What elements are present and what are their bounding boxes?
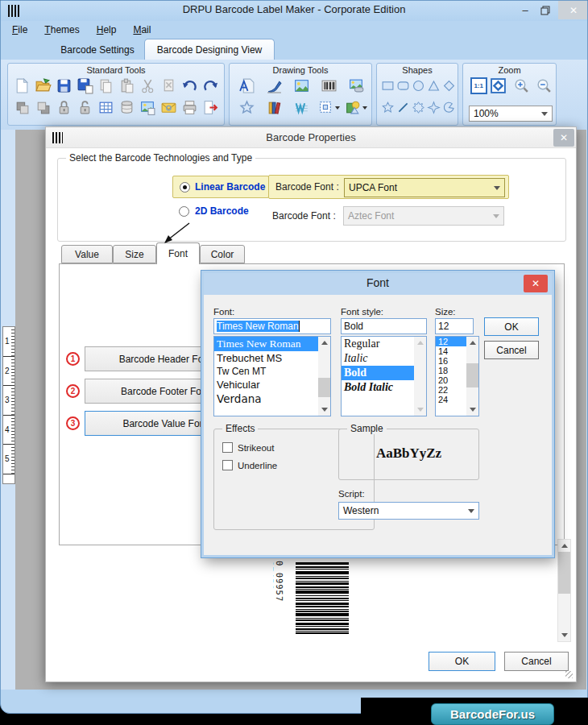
tab-size[interactable]: Size — [113, 245, 156, 263]
resize-grip[interactable] — [565, 671, 573, 678]
strikeout-checkbox[interactable]: Strikeout — [222, 442, 274, 453]
list-item[interactable]: Vehicular — [214, 378, 330, 392]
delete-icon[interactable] — [158, 75, 179, 97]
print-icon[interactable] — [179, 97, 200, 118]
zoom-out-icon[interactable] — [533, 75, 556, 97]
scroll-down-icon[interactable] — [470, 408, 476, 412]
font-size-list[interactable]: 12 14 16 18 20 22 24 — [435, 336, 479, 416]
menu-file[interactable]: File — [12, 24, 27, 35]
export-image-icon[interactable] — [137, 97, 158, 118]
2d-barcode-radio[interactable]: 2D Barcode — [179, 205, 249, 217]
font-dialog-close-button[interactable]: ✕ — [524, 275, 548, 292]
frame-select-tool-icon[interactable] — [315, 97, 342, 118]
scroll-down-icon[interactable] — [561, 633, 568, 637]
barcode-tool-icon[interactable] — [315, 75, 342, 97]
triangle-icon[interactable] — [426, 75, 441, 97]
font-name-input[interactable]: Times New Roman — [213, 318, 331, 334]
bring-to-front-icon[interactable] — [11, 97, 32, 118]
send-to-back-icon[interactable] — [32, 97, 53, 118]
seal-icon[interactable] — [411, 97, 426, 118]
exit-icon[interactable] — [200, 97, 221, 118]
pen-tool-icon[interactable] — [260, 75, 288, 97]
dialog-scrollbar[interactable] — [557, 539, 571, 642]
database-icon[interactable] — [116, 97, 137, 118]
star-icon[interactable] — [380, 97, 395, 118]
tab-value[interactable]: Value — [61, 245, 113, 263]
undo-icon[interactable] — [179, 75, 200, 97]
script-combobox[interactable]: Western — [338, 502, 479, 520]
one-to-one-icon[interactable]: 1:1 — [469, 75, 488, 97]
rectangle-icon[interactable] — [380, 75, 395, 97]
tab-barcode-designing-view[interactable]: Barcode Designing View — [144, 39, 275, 60]
watermark-tool-icon[interactable] — [288, 97, 315, 118]
redo-icon[interactable] — [200, 75, 221, 97]
size-list-scrollbar[interactable] — [466, 337, 478, 416]
line-icon[interactable] — [395, 97, 411, 118]
copy-icon[interactable] — [95, 75, 116, 97]
save-as-icon[interactable] — [74, 75, 95, 97]
scrollbar-thumb[interactable] — [466, 363, 478, 387]
paste-icon[interactable] — [116, 75, 137, 97]
image-frame-tool-icon[interactable] — [342, 75, 370, 97]
underline-checkbox[interactable]: Underline — [222, 460, 277, 470]
list-item[interactable]: Tw Cen MT — [214, 365, 330, 378]
scroll-up-icon[interactable] — [470, 341, 476, 345]
annotation-arrow — [157, 218, 199, 251]
menu-help[interactable]: Help — [97, 24, 117, 35]
pie-icon[interactable] — [441, 97, 457, 118]
linear-font-combobox[interactable]: UPCA Font — [344, 178, 505, 197]
save-icon[interactable] — [53, 75, 74, 97]
style-list-scrollbar[interactable] — [414, 337, 426, 416]
email-icon[interactable] — [158, 97, 179, 118]
tab-barcode-settings[interactable]: Barcode Settings — [45, 40, 150, 60]
font-ok-button[interactable]: OK — [484, 317, 539, 336]
restore-button[interactable] — [536, 1, 554, 19]
font-list[interactable]: Times New Roman Trebuchet MS Tw Cen MT V… — [213, 336, 331, 416]
list-item[interactable]: Trebuchet MS — [214, 351, 330, 365]
linear-barcode-radio[interactable]: Linear Barcode — [172, 176, 269, 198]
rounded-rectangle-icon[interactable] — [395, 75, 411, 97]
list-item[interactable]: Times New Roman — [214, 337, 330, 351]
cut-icon[interactable] — [137, 75, 158, 97]
scroll-up-icon[interactable] — [321, 341, 328, 345]
shape-outline-tool-icon[interactable] — [233, 97, 260, 118]
font-list-scrollbar[interactable] — [318, 337, 330, 416]
scrollbar-thumb[interactable] — [558, 552, 570, 594]
properties-ok-button[interactable]: OK — [429, 652, 495, 671]
menu-themes[interactable]: Themes — [44, 24, 79, 35]
groupbox-legend: Select the Barcode Technologies and Type — [66, 152, 255, 164]
close-button[interactable]: ✕ — [558, 1, 588, 19]
zoom-in-icon[interactable] — [511, 75, 533, 97]
text-tool-icon[interactable] — [233, 75, 260, 97]
four-point-star-icon[interactable] — [426, 97, 441, 118]
scroll-up-icon[interactable] — [417, 341, 424, 345]
list-item[interactable]: Verdana — [214, 392, 330, 406]
unlock-icon[interactable] — [74, 97, 95, 118]
scroll-down-icon[interactable] — [417, 408, 424, 412]
font-cancel-button[interactable]: Cancel — [484, 341, 539, 359]
properties-cancel-button[interactable]: Cancel — [504, 652, 569, 671]
font-size-input[interactable]: 12 — [435, 318, 474, 334]
linear-font-value: UPCA Font — [349, 182, 397, 193]
tab-color[interactable]: Color — [200, 245, 245, 263]
fit-view-icon[interactable] — [488, 75, 507, 97]
menu-mail[interactable]: Mail — [133, 24, 151, 35]
zoom-level-combobox[interactable]: 100% — [469, 106, 553, 122]
new-document-icon[interactable] — [11, 75, 32, 97]
clipart-tool-icon[interactable] — [342, 97, 370, 118]
diamond-icon[interactable] — [441, 75, 457, 97]
2d-font-combobox[interactable]: Aztec Font — [343, 206, 504, 226]
library-tool-icon[interactable] — [260, 97, 288, 118]
grid-icon[interactable] — [95, 97, 116, 118]
font-style-list[interactable]: Regular Italic Bold Bold Italic — [341, 336, 427, 416]
lock-icon[interactable] — [53, 97, 74, 118]
picture-tool-icon[interactable] — [288, 75, 315, 97]
scrollbar-thumb[interactable] — [318, 378, 330, 397]
scroll-up-icon[interactable] — [561, 544, 568, 548]
scroll-down-icon[interactable] — [321, 408, 328, 412]
dialog-close-button[interactable]: ✕ — [553, 129, 574, 147]
minimize-button[interactable]: – — [516, 1, 534, 19]
font-style-input[interactable]: Bold — [341, 318, 427, 334]
open-file-icon[interactable] — [32, 75, 53, 97]
ellipse-icon[interactable] — [411, 75, 426, 97]
